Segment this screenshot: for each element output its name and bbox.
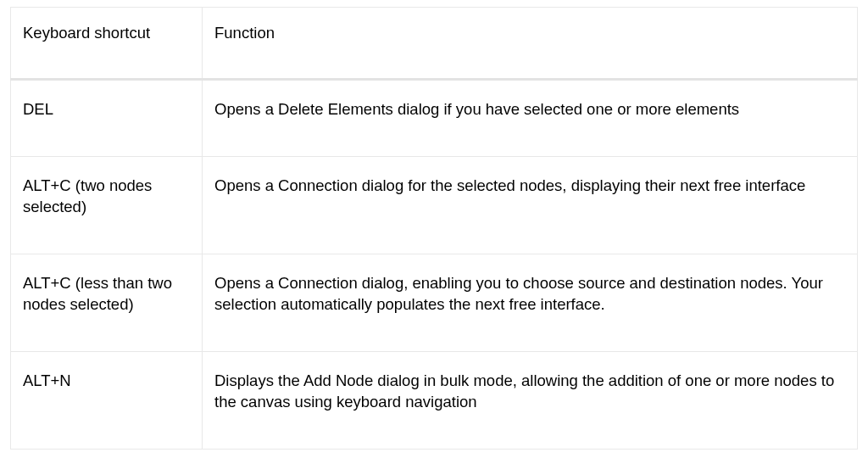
cell-shortcut: ALT+C (two nodes selected) (11, 156, 203, 254)
cell-shortcut: ALT+N (11, 351, 203, 449)
table-row: ALT+N Displays the Add Node dialog in bu… (11, 351, 858, 449)
cell-shortcut: DEL (11, 79, 203, 156)
table-row: ALT+C (two nodes selected) Opens a Conne… (11, 156, 858, 254)
table-row: ALT+C (less than two nodes selected) Ope… (11, 254, 858, 351)
cell-function: Opens a Delete Elements dialog if you ha… (203, 79, 858, 156)
header-function: Function (203, 8, 858, 80)
keyboard-shortcuts-table: Keyboard shortcut Function DEL Opens a D… (10, 7, 858, 450)
cell-function: Opens a Connection dialog, enabling you … (203, 254, 858, 351)
table-header-row: Keyboard shortcut Function (11, 8, 858, 80)
table-row: DEL Opens a Delete Elements dialog if yo… (11, 79, 858, 156)
header-shortcut: Keyboard shortcut (11, 8, 203, 80)
cell-function: Opens a Connection dialog for the select… (203, 156, 858, 254)
cell-shortcut: ALT+C (less than two nodes selected) (11, 254, 203, 351)
cell-function: Displays the Add Node dialog in bulk mod… (203, 351, 858, 449)
